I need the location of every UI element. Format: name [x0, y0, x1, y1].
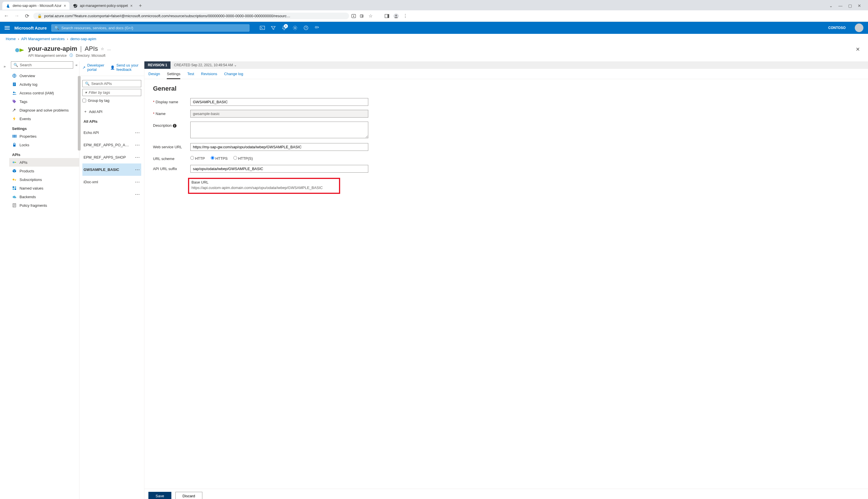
sidebar-item-policy-fragments[interactable]: Policy fragments — [9, 201, 79, 210]
web-service-url-input[interactable] — [190, 143, 368, 151]
tab-settings[interactable]: Settings — [167, 72, 180, 79]
share-icon[interactable] — [360, 14, 365, 19]
feedback-icon: 👤 — [110, 65, 115, 70]
svg-point-12 — [15, 48, 19, 52]
sidebar-item-access-control[interactable]: Access control (IAM) — [9, 89, 79, 97]
sidebar-item-overview[interactable]: Overview — [9, 71, 79, 80]
url-input[interactable]: 🔒 portal.azure.com/?feature.customportal… — [33, 13, 349, 19]
sidebar-item-activity-log[interactable]: Activity log — [9, 80, 79, 89]
api-item-more-icon[interactable]: ··· — [135, 143, 140, 147]
filter-tags-input[interactable]: ▾Filter by tags — [82, 89, 141, 96]
forward-button[interactable]: → — [13, 12, 21, 20]
chevron-down-icon[interactable]: ⌄ — [829, 3, 833, 8]
api-item-epm-shop[interactable]: EPM_REF_APPS_SHOP··· — [82, 151, 141, 163]
sidebar-search-input[interactable]: 🔍 Search — [11, 61, 73, 69]
notifications-icon[interactable]: 1 — [282, 25, 287, 31]
discard-button[interactable]: Discard — [175, 492, 202, 499]
minimize-icon[interactable]: — — [839, 3, 843, 8]
group-by-tag-checkbox[interactable]: Group by tag — [82, 98, 141, 103]
new-tab-button[interactable]: + — [136, 2, 145, 10]
tab-test[interactable]: Test — [187, 72, 194, 79]
breadcrumb-service[interactable]: API Management services — [21, 37, 65, 41]
lock-icon — [12, 143, 17, 147]
api-item-idoc[interactable]: iDoc-xml··· — [82, 176, 141, 188]
description-input[interactable] — [190, 122, 368, 138]
sidebar-item-backends[interactable]: Backends — [9, 192, 79, 201]
api-item-gwsample[interactable]: GWSAMPLE_BASIC··· — [82, 163, 141, 176]
url-scheme-http[interactable]: HTTP — [190, 156, 205, 161]
api-item-more-icon[interactable]: ··· — [135, 155, 140, 159]
display-name-input[interactable] — [190, 98, 368, 106]
back-button[interactable]: ← — [2, 12, 10, 20]
resource-sidebar: 🔍 Search « Overview Activity log Access … — [9, 61, 79, 499]
sidebar-expand-toggle[interactable]: » — [0, 61, 9, 499]
tab-design[interactable]: Design — [148, 72, 160, 79]
tenant-name[interactable]: CONTOSO — [828, 26, 846, 30]
filter-icon[interactable] — [271, 25, 276, 31]
api-item-echo[interactable]: Echo API··· — [82, 126, 141, 139]
search-apis-input[interactable]: 🔍Search APIs — [82, 80, 141, 87]
api-item-epm-po[interactable]: EPM_REF_APPS_PO_A…··· — [82, 139, 141, 151]
bookmark-star-icon[interactable]: ☆ — [369, 13, 372, 19]
api-item-more-icon[interactable]: ··· — [135, 168, 140, 172]
chrome-menu-icon[interactable]: ⋮ — [403, 13, 407, 19]
revision-badge[interactable]: REVISION 1 — [144, 61, 170, 69]
tab-close-icon[interactable]: × — [64, 3, 66, 8]
url-scheme-https[interactable]: HTTPS — [211, 156, 228, 161]
tab-change-log[interactable]: Change log — [224, 72, 243, 79]
revision-meta[interactable]: CREATED Sep 22, 2021, 10:49:54 AM ⌄ — [170, 61, 240, 69]
profile-icon[interactable] — [393, 13, 399, 19]
info-icon[interactable]: ⓘ — [70, 53, 73, 58]
sidebar-item-apis[interactable]: APIs — [9, 158, 79, 167]
cloud-shell-icon[interactable] — [260, 25, 265, 31]
azure-global-search[interactable]: 🔍 Search resources, services, and docs (… — [51, 24, 249, 32]
pin-star-icon[interactable]: ☆ — [101, 47, 104, 51]
maximize-icon[interactable]: ▢ — [848, 3, 852, 8]
tab-revisions[interactable]: Revisions — [201, 72, 217, 79]
sidebar-collapse-icon[interactable]: « — [75, 63, 78, 67]
close-window-icon[interactable]: ✕ — [858, 3, 861, 8]
breadcrumb-home[interactable]: Home — [6, 37, 16, 41]
azure-brand[interactable]: Microsoft Azure — [14, 25, 47, 31]
user-avatar[interactable] — [855, 24, 864, 32]
settings-gear-icon[interactable] — [293, 25, 298, 31]
api-url-suffix-input[interactable] — [190, 165, 368, 173]
all-apis-heading[interactable]: All APIs — [82, 117, 141, 126]
api-item-blank[interactable]: ··· — [82, 188, 141, 200]
field-api-url-suffix: API URL suffix — [153, 165, 859, 173]
browser-tab-inactive[interactable]: api-management-policy-snippet × — [70, 2, 136, 10]
reload-button[interactable]: ⟳ — [23, 12, 31, 20]
feedback-icon[interactable] — [314, 25, 320, 31]
tab-close-icon[interactable]: × — [130, 3, 133, 8]
install-app-icon[interactable] — [351, 14, 356, 19]
info-icon[interactable]: i — [173, 124, 177, 127]
sidebar-item-properties[interactable]: Properties — [9, 132, 79, 141]
sidebar-item-events[interactable]: Events — [9, 114, 79, 123]
required-indicator: * — [153, 112, 154, 116]
more-actions-icon[interactable]: … — [107, 47, 111, 51]
hamburger-menu-button[interactable] — [4, 26, 10, 29]
feedback-link[interactable]: 👤Send us your feedback — [110, 63, 141, 72]
sidebar-item-named-values[interactable]: Named values — [9, 184, 79, 192]
api-detail-pane: REVISION 1 CREATED Sep 22, 2021, 10:49:5… — [144, 61, 868, 499]
sidebar-item-tags[interactable]: Tags — [9, 97, 79, 106]
api-item-more-icon[interactable]: ··· — [135, 180, 140, 184]
url-scheme-both[interactable]: HTTP(S) — [233, 156, 253, 161]
close-blade-icon[interactable]: ✕ — [853, 45, 862, 53]
sidebar-item-diagnose[interactable]: Diagnose and solve problems — [9, 106, 79, 114]
breadcrumb: Home › API Management services › demo-sa… — [0, 34, 868, 44]
add-api-button[interactable]: ＋Add API — [82, 107, 141, 117]
save-button[interactable]: Save — [148, 492, 171, 499]
sidebar-item-subscriptions[interactable]: Subscriptions — [9, 175, 79, 184]
svg-point-11 — [315, 26, 317, 28]
side-panel-icon[interactable] — [385, 14, 389, 19]
developer-portal-link[interactable]: ↗Developer portal — [82, 63, 105, 72]
scrollbar-thumb[interactable] — [78, 76, 81, 150]
browser-tab-active[interactable]: demo-sap-apim - Microsoft Azur × — [2, 2, 70, 10]
breadcrumb-resource[interactable]: demo-sap-apim — [70, 37, 96, 41]
sidebar-item-locks[interactable]: Locks — [9, 141, 79, 149]
api-item-more-icon[interactable]: ··· — [135, 131, 140, 135]
api-item-more-icon[interactable]: ··· — [135, 192, 140, 196]
help-icon[interactable]: ? — [304, 25, 309, 31]
sidebar-item-products[interactable]: Products — [9, 167, 79, 175]
